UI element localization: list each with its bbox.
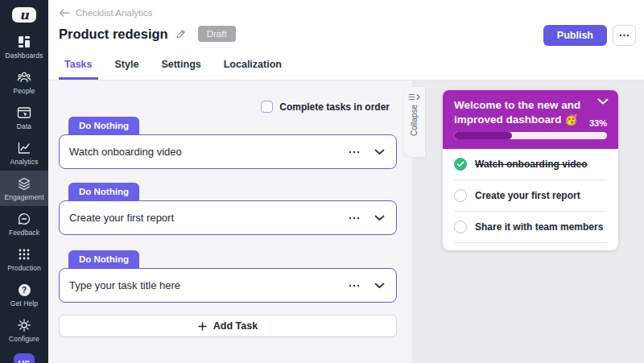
sidebar-item-label: People <box>13 87 35 95</box>
sidebar-item-label: Data <box>17 122 31 130</box>
dashboards-icon <box>17 35 31 49</box>
task-card[interactable]: Watch onboarding video <box>59 134 397 169</box>
checklist-preview-header: Welcome to the new and improved dashboar… <box>443 90 618 149</box>
checklist-item[interactable]: Share it with team members <box>454 212 607 243</box>
checklist-item[interactable]: Watch onboarding video <box>454 149 607 180</box>
tab-style[interactable]: Style <box>109 59 145 80</box>
sidebar-item-label: Production <box>7 264 41 272</box>
progress-percent: 33% <box>589 118 607 128</box>
check-circle-icon <box>454 158 467 171</box>
feedback-icon <box>17 212 31 226</box>
task-action-chip[interactable]: Do Nothing <box>68 250 139 268</box>
sidebar-footer: Production ? Get Help Configure US <box>0 241 48 363</box>
sidebar-item-data[interactable]: Data <box>0 100 48 135</box>
tab-tasks[interactable]: Tasks <box>59 59 98 80</box>
sidebar-item-get-help[interactable]: ? Get Help <box>0 277 48 312</box>
checklist-item[interactable]: Create your first report <box>454 180 607 212</box>
page-header: Checklist Analytics Product redesign Dra… <box>48 0 644 80</box>
status-badge: Draft <box>198 26 236 42</box>
sidebar-item-label: Analytics <box>10 158 39 166</box>
sidebar-item-dashboards[interactable]: Dashboards <box>0 29 48 64</box>
chevron-down-icon[interactable] <box>369 210 390 226</box>
collapse-handle-icons <box>408 93 421 101</box>
task-title: Create your first report <box>60 212 345 224</box>
drag-lines-icon <box>408 93 415 101</box>
configure-icon <box>17 318 31 332</box>
collapse-panel-handle[interactable]: Collapse <box>403 87 425 157</box>
app-window: u Dashboards People Data <box>0 0 644 363</box>
sidebar-item-label: Configure <box>9 335 39 343</box>
task-card[interactable]: Create your first report <box>59 200 397 235</box>
tab-bar: Tasks Style Settings Localization <box>59 59 287 80</box>
sidebar-item-production[interactable]: Production <box>0 241 48 277</box>
sidebar-item-people[interactable]: People <box>0 64 48 100</box>
help-icon: ? <box>17 283 31 297</box>
task-block: Do Nothing Create your first report <box>59 183 397 235</box>
tab-settings[interactable]: Settings <box>155 59 206 80</box>
chevron-down-icon[interactable] <box>369 144 390 160</box>
task-options-icon[interactable] <box>345 146 363 159</box>
task-builder-panel: Complete tasks in order Do Nothing Watch… <box>48 80 412 363</box>
sidebar-item-label: Get Help <box>10 299 38 307</box>
checklist-title: Welcome to the new and improved dashboar… <box>454 98 586 127</box>
task-title: Type your task title here <box>60 279 345 291</box>
task-block: Do Nothing Type your task title here <box>59 250 397 303</box>
engagement-icon <box>17 176 31 191</box>
preview-panel: Collapse Welcome to the new and improved… <box>412 80 644 363</box>
chevron-right-icon <box>416 93 421 101</box>
task-options-icon[interactable] <box>345 212 363 225</box>
chevron-down-icon[interactable] <box>369 278 390 294</box>
back-arrow-icon <box>59 9 70 17</box>
sidebar-item-feedback[interactable]: Feedback <box>0 206 48 241</box>
complete-in-order-checkbox[interactable] <box>261 101 273 113</box>
production-icon <box>17 247 31 262</box>
data-icon <box>17 105 31 120</box>
checklist-item-label: Watch onboarding video <box>475 159 588 170</box>
back-label: Checklist Analytics <box>76 8 152 18</box>
page-title: Product redesign <box>59 27 168 42</box>
checklist-item-label: Share it with team members <box>475 221 603 233</box>
edit-title-pencil-icon[interactable] <box>175 29 186 39</box>
back-link[interactable]: Checklist Analytics <box>59 8 152 18</box>
user-avatar[interactable]: US <box>14 353 35 363</box>
task-action-chip[interactable]: Do Nothing <box>68 117 139 134</box>
app-logo-letter: u <box>19 7 29 23</box>
complete-in-order-row: Complete tasks in order <box>261 101 390 113</box>
plus-icon <box>198 322 207 331</box>
tab-localization[interactable]: Localization <box>218 59 287 80</box>
task-options-icon[interactable] <box>345 279 363 292</box>
add-task-label: Add Task <box>213 320 258 332</box>
question-mark-glyph: ? <box>19 284 31 296</box>
sidebar-item-label: Engagement <box>4 193 43 201</box>
more-options-button[interactable] <box>613 25 636 46</box>
checklist-item-label: Create your first report <box>475 190 580 201</box>
collapse-label: Collapse <box>410 105 419 136</box>
publish-button[interactable]: Publish <box>543 25 607 46</box>
complete-in-order-label: Complete tasks in order <box>279 101 390 113</box>
checklist-preview-card: Welcome to the new and improved dashboar… <box>443 90 618 250</box>
sidebar-nav: Dashboards People Data Analytics <box>0 29 48 241</box>
task-action-chip[interactable]: Do Nothing <box>68 183 139 200</box>
progress-bar-fill <box>454 132 512 139</box>
sidebar-item-engagement[interactable]: Engagement <box>0 171 48 206</box>
task-card[interactable]: Type your task title here <box>59 268 397 303</box>
analytics-icon <box>17 141 31 155</box>
sidebar-item-configure[interactable]: Configure <box>0 312 48 348</box>
ellipsis-icon <box>619 34 630 37</box>
people-icon <box>17 70 31 85</box>
sidebar-item-label: Feedback <box>9 229 39 237</box>
task-list: Do Nothing Watch onboarding video Do Not… <box>59 117 397 337</box>
user-initials: US <box>19 359 31 363</box>
progress-bar <box>454 132 607 139</box>
title-row: Product redesign Draft <box>59 26 236 42</box>
app-logo[interactable]: u <box>12 7 36 23</box>
sidebar-item-analytics[interactable]: Analytics <box>0 135 48 171</box>
chevron-down-icon[interactable] <box>597 98 609 105</box>
task-title: Watch onboarding video <box>60 146 345 158</box>
empty-circle-icon <box>454 189 467 202</box>
sidebar-item-label: Dashboards <box>6 52 43 60</box>
header-actions: Publish <box>543 25 636 46</box>
sidebar: u Dashboards People Data <box>0 0 48 363</box>
add-task-button[interactable]: Add Task <box>59 315 397 337</box>
checklist-items: Watch onboarding video Create your first… <box>443 149 618 250</box>
